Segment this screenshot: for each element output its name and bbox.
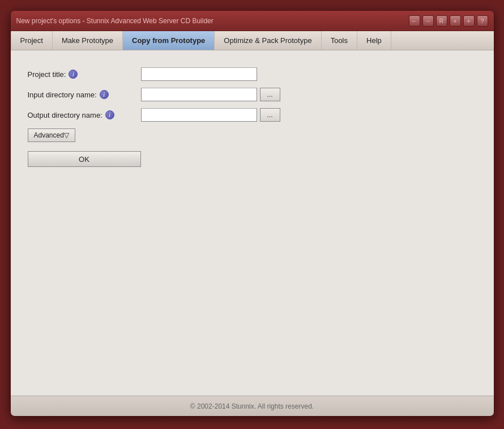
menu-item-help[interactable]: Help [357, 31, 391, 50]
output-dir-browse-button[interactable]: ... [260, 108, 280, 122]
output-dir-label: Output directory name: i [28, 110, 141, 119]
input-dir-info-icon[interactable]: i [100, 90, 109, 99]
input-dir-label: Input directory name: i [28, 90, 141, 99]
project-title-input[interactable] [141, 67, 257, 81]
content-area: Project title: i Input directory name: i… [11, 50, 494, 396]
add-circle-button[interactable]: + [450, 15, 461, 27]
output-dir-row: Output directory name: i ... [28, 108, 477, 122]
menu-item-make-prototype[interactable]: Make Prototype [53, 31, 123, 50]
menu-item-optimize-pack[interactable]: Optimize & Pack Prototype [215, 31, 321, 50]
menu-item-tools[interactable]: Tools [322, 31, 357, 50]
input-dir-browse-button[interactable]: ... [260, 88, 280, 101]
menu-bar: Project Make Prototype Copy from Prototy… [11, 31, 494, 50]
advanced-row: Advanced▽ [28, 128, 477, 142]
project-title-label: Project title: i [28, 70, 141, 79]
r-button[interactable]: R [436, 15, 447, 27]
help-button[interactable]: ? [477, 15, 488, 27]
input-dir-input[interactable] [141, 88, 257, 101]
footer: © 2002-2014 Stunnix. All rights reserved… [11, 396, 494, 416]
ok-button[interactable]: OK [28, 151, 141, 167]
input-dir-row: Input directory name: i ... [28, 88, 477, 101]
advanced-button[interactable]: Advanced▽ [28, 128, 75, 142]
forward-button[interactable]: → [422, 15, 434, 27]
form-section: Project title: i Input directory name: i… [28, 62, 477, 179]
menu-item-project[interactable]: Project [11, 31, 53, 50]
title-controls: ← → R + + ? [409, 15, 488, 27]
title-bar: New project's options - Stunnix Advanced… [11, 11, 494, 31]
output-dir-input[interactable] [141, 108, 257, 122]
project-title-info-icon[interactable]: i [69, 70, 78, 79]
main-window: New project's options - Stunnix Advanced… [10, 10, 494, 417]
footer-text: © 2002-2014 Stunnix. All rights reserved… [190, 402, 314, 410]
ok-row: OK [28, 151, 477, 167]
add-button[interactable]: + [463, 15, 475, 27]
back-button[interactable]: ← [409, 15, 420, 27]
output-dir-info-icon[interactable]: i [105, 110, 114, 119]
window-title: New project's options - Stunnix Advanced… [16, 17, 409, 25]
project-title-row: Project title: i [28, 67, 477, 81]
menu-item-copy-from-prototype[interactable]: Copy from Prototype [123, 31, 215, 50]
